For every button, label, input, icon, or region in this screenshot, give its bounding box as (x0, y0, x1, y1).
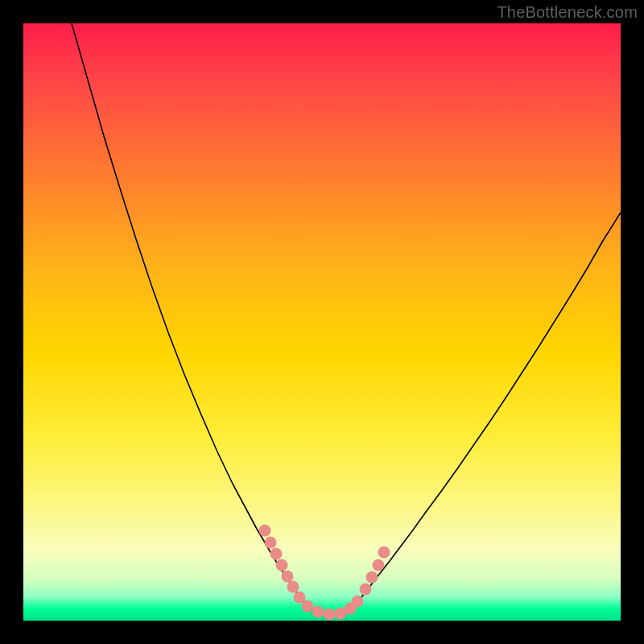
data-marker (276, 559, 288, 572)
data-marker (373, 559, 385, 572)
plot-area (23, 23, 621, 621)
right-curve (356, 213, 621, 605)
chart-frame: TheBottleneck.com (0, 0, 644, 644)
data-marker (360, 584, 372, 596)
chart-svg (23, 23, 621, 621)
data-marker (282, 571, 294, 583)
data-marker (302, 601, 314, 613)
data-marker (378, 547, 390, 559)
data-marker (265, 537, 277, 549)
marker-group (259, 525, 390, 621)
data-marker (352, 596, 364, 608)
data-marker (270, 548, 283, 560)
left-curve (72, 23, 313, 611)
data-marker (366, 572, 378, 584)
data-marker (312, 606, 324, 618)
watermark-text: TheBottleneck.com (497, 3, 638, 22)
data-marker (287, 581, 299, 593)
data-marker (324, 609, 336, 621)
data-marker (259, 525, 271, 537)
